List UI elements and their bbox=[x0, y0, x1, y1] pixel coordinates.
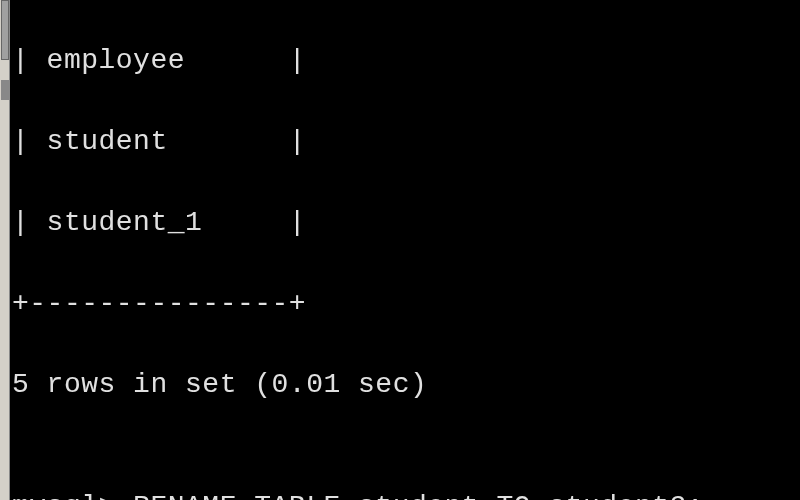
table-row: | student_1 | bbox=[12, 203, 800, 244]
mysql-prompt-command: mysql> RENAME TABLE student TO student2; bbox=[12, 487, 800, 500]
table-border: +---------------+ bbox=[12, 284, 800, 325]
terminal-output: | employee | | student | | student_1 | +… bbox=[0, 0, 800, 500]
result-summary: 5 rows in set (0.01 sec) bbox=[12, 365, 800, 406]
table-row: | employee | bbox=[12, 41, 800, 82]
scrollbar-thumb-segment[interactable] bbox=[1, 80, 9, 100]
vertical-scrollbar[interactable] bbox=[0, 0, 10, 500]
scrollbar-thumb[interactable] bbox=[1, 0, 9, 60]
table-row: | student | bbox=[12, 122, 800, 163]
